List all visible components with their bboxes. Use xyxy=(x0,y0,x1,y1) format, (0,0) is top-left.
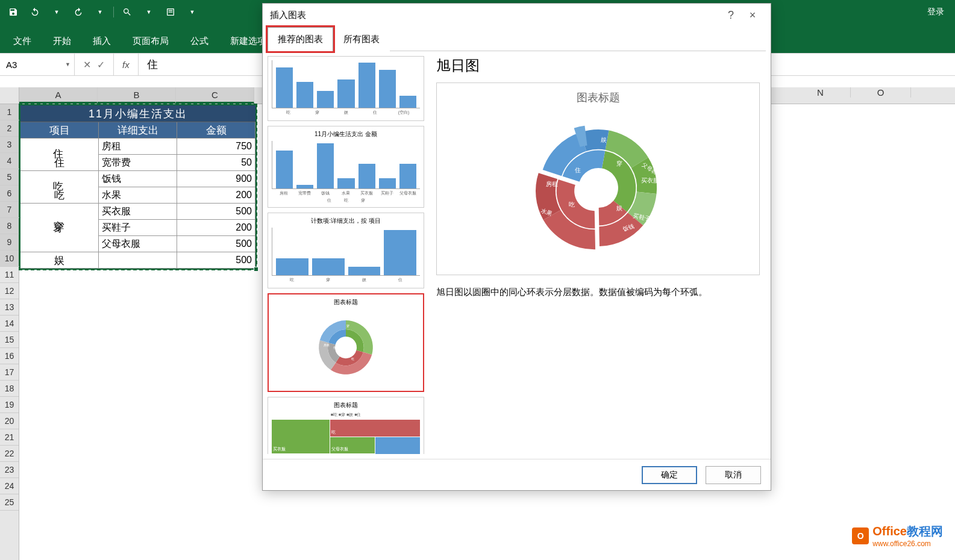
tab-file[interactable]: 文件 xyxy=(2,30,42,53)
svg-text:吃: 吃 xyxy=(569,201,575,208)
cell[interactable] xyxy=(20,171,99,187)
row-header[interactable]: 17 xyxy=(0,364,19,381)
select-all-corner[interactable] xyxy=(0,87,19,104)
cell[interactable]: 200 xyxy=(177,220,255,236)
table-header: 项目 xyxy=(20,122,99,138)
cell[interactable]: 穿 xyxy=(20,220,99,236)
row-header[interactable]: 13 xyxy=(0,299,19,316)
row-header[interactable]: 5 xyxy=(0,169,20,185)
confirm-formula-icon[interactable]: ✓ xyxy=(97,59,105,70)
cell[interactable]: 买衣服 xyxy=(99,204,177,220)
tab-page-layout[interactable]: 页面布局 xyxy=(122,30,180,53)
dialog-footer: 确定 取消 xyxy=(263,459,771,490)
cancel-formula-icon[interactable]: ✕ xyxy=(83,59,91,70)
name-box-dropdown-icon[interactable]: ▼ xyxy=(65,61,70,67)
cell[interactable]: 吃 xyxy=(20,187,99,204)
column-header[interactable]: A xyxy=(19,87,98,104)
undo-icon[interactable] xyxy=(27,4,43,20)
ok-button[interactable]: 确定 xyxy=(642,466,697,484)
cell[interactable] xyxy=(20,204,99,220)
row-header[interactable]: 4 xyxy=(0,153,20,169)
row-header[interactable]: 15 xyxy=(0,332,19,348)
tab-home[interactable]: 开始 xyxy=(42,30,82,53)
cell[interactable]: 50 xyxy=(177,155,255,171)
svg-text:住: 住 xyxy=(333,346,336,349)
column-header[interactable]: B xyxy=(98,87,176,104)
chart-preview[interactable]: 图表标题 xyxy=(436,82,760,275)
redo-icon[interactable] xyxy=(70,4,87,20)
cell[interactable] xyxy=(20,138,99,155)
selection-handle[interactable] xyxy=(254,267,258,272)
row-header[interactable]: 16 xyxy=(0,348,19,364)
cell[interactable]: 住 xyxy=(20,155,99,171)
watermark-icon: O xyxy=(852,527,869,544)
column-header[interactable]: C xyxy=(176,87,254,104)
row-header[interactable]: 3 xyxy=(0,137,20,153)
cell[interactable]: 500 xyxy=(177,204,255,220)
column-header[interactable]: N xyxy=(791,87,851,98)
table-header: 详细支出 xyxy=(99,122,177,138)
row-header[interactable]: 11 xyxy=(0,267,19,283)
chart-thumbnail[interactable]: 11月小编生活支出 金额 房租宽带费饭钱水果买衣服买鞋子父母衣服 住 吃 穿 xyxy=(268,126,424,208)
login-button[interactable]: 登录 xyxy=(921,7,950,17)
row-header[interactable]: 10 xyxy=(0,250,20,267)
row-header[interactable]: 19 xyxy=(0,397,19,413)
row-header[interactable]: 2 xyxy=(0,120,20,137)
search-icon[interactable] xyxy=(119,4,136,20)
chart-thumbnail[interactable]: 计数项:详细支出，按 项目 吃穿娱住 xyxy=(268,213,424,288)
cell[interactable]: 房租 xyxy=(99,138,177,155)
tab-all-charts[interactable]: 所有图表 xyxy=(333,27,390,51)
row-header[interactable]: 6 xyxy=(0,185,20,202)
row-header[interactable]: 20 xyxy=(0,413,19,429)
dialog-titlebar[interactable]: 插入图表 ? × xyxy=(263,4,771,26)
form-icon[interactable] xyxy=(162,4,179,20)
cell[interactable]: 买鞋子 xyxy=(99,220,177,236)
cell[interactable]: 750 xyxy=(177,138,255,155)
help-icon[interactable]: ? xyxy=(720,9,742,22)
tab-formulas[interactable]: 公式 xyxy=(180,30,219,53)
row-header[interactable]: 8 xyxy=(0,218,20,234)
svg-text:买衣服: 买衣服 xyxy=(641,177,659,184)
chart-thumbnail-selected[interactable]: 图表标题 住 穿 房租 吃 xyxy=(268,293,424,392)
cell[interactable]: 水果 xyxy=(99,187,177,204)
row-header[interactable]: 23 xyxy=(0,462,19,478)
row-header[interactable]: 12 xyxy=(0,283,19,299)
cell[interactable] xyxy=(99,252,177,269)
dialog-tabs: 推荐的图表 所有图表 xyxy=(263,26,771,51)
undo-dropdown-icon[interactable]: ▼ xyxy=(48,4,65,20)
cell[interactable]: 900 xyxy=(177,171,255,187)
chart-thumbnail[interactable]: 吃穿娱住(空白) xyxy=(268,56,424,121)
tab-recommended-charts[interactable]: 推荐的图表 xyxy=(268,27,333,51)
fx-label[interactable]: fx xyxy=(114,54,139,75)
row-header[interactable]: 24 xyxy=(0,478,19,494)
cell[interactable]: 宽带费 xyxy=(99,155,177,171)
redo-dropdown-icon[interactable]: ▼ xyxy=(92,4,108,20)
cell[interactable]: 娱 xyxy=(20,252,99,269)
row-header[interactable]: 7 xyxy=(0,202,20,218)
cell[interactable]: 饭钱 xyxy=(99,171,177,187)
data-table-selection[interactable]: 11月小编生活支出 项目 详细支出 金额 房租750 住宽带费50 饭钱900 … xyxy=(19,104,257,270)
row-header[interactable]: 1 xyxy=(0,104,20,120)
row-header[interactable]: 21 xyxy=(0,429,19,446)
column-header[interactable]: O xyxy=(851,87,911,98)
close-icon[interactable]: × xyxy=(742,9,763,22)
row-header[interactable]: 9 xyxy=(0,234,20,250)
cell[interactable]: 500 xyxy=(177,252,255,269)
cell[interactable]: 200 xyxy=(177,187,255,204)
qat-customize-icon[interactable]: ▼ xyxy=(184,4,201,20)
row-header[interactable]: 18 xyxy=(0,381,19,397)
row-header[interactable]: 14 xyxy=(0,316,19,332)
chart-thumbnail[interactable]: 图表标题 ■吃 ■穿 ■娱 ■住 买衣服 吃 住 父母衣服 饭钱 买鞋子 水果 … xyxy=(268,397,424,454)
tab-insert[interactable]: 插入 xyxy=(82,30,122,53)
cancel-button[interactable]: 取消 xyxy=(706,466,761,484)
name-box[interactable]: A3 ▼ xyxy=(0,54,75,75)
cell[interactable] xyxy=(20,236,99,252)
row-header[interactable]: 25 xyxy=(0,494,19,511)
search-dropdown-icon[interactable]: ▼ xyxy=(140,4,157,20)
cell[interactable]: 父母衣服 xyxy=(99,236,177,252)
row-header[interactable]: 22 xyxy=(0,446,19,462)
cell[interactable]: 500 xyxy=(177,236,255,252)
chart-thumbnails-list[interactable]: 吃穿娱住(空白) 11月小编生活支出 金额 房租宽带费饭钱水果买衣服买鞋子父母衣… xyxy=(268,56,424,454)
svg-text:娱: 娱 xyxy=(600,136,607,143)
save-icon[interactable] xyxy=(5,4,22,20)
